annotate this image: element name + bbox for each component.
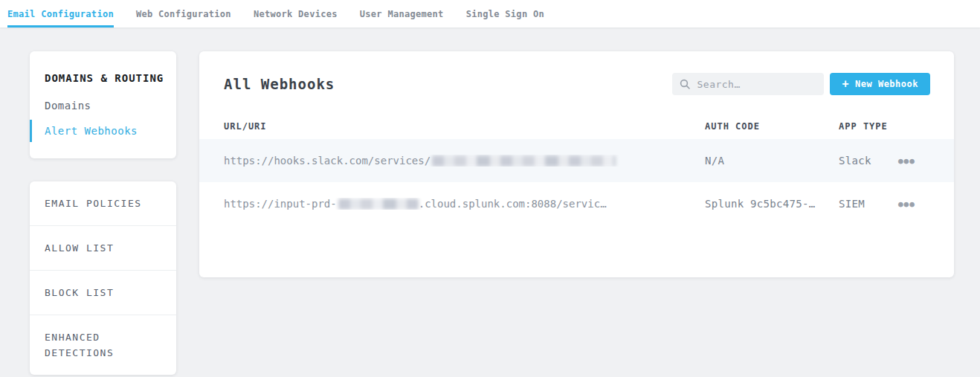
sidebar-item-block-list[interactable]: BLOCK LIST [30,271,176,315]
page-title: All Webhooks [224,76,672,92]
url-text-suffix: .cloud.splunk.com:8088/servic… [419,198,607,210]
sidebar-item-enhanced-detections[interactable]: ENHANCED DETECTIONS [30,315,176,375]
row-actions-ellipsis-icon[interactable]: ●●● [898,200,915,208]
sidebar-domains-routing-card: DOMAINS & ROUTING Domains Alert Webhooks [30,51,176,158]
tab-user-management[interactable]: User Management [360,0,444,28]
webhook-url-cell: https://input-prd- .cloud.splunk.com:808… [224,198,705,210]
panel-header: All Webhooks + New Webhook [199,51,954,95]
column-header-app-type: APP TYPE [839,121,898,132]
app-type-cell: SIEM [839,198,898,210]
url-text: https://hooks.slack.com/services/ [224,155,431,167]
new-webhook-label: New Webhook [855,79,918,89]
redacted-url-segment [432,155,616,167]
search-icon [680,79,690,89]
search-input[interactable] [697,79,816,90]
sidebar-item-domains[interactable]: Domains [30,93,176,118]
sidebar-section-header: DOMAINS & ROUTING [30,65,176,93]
tab-network-devices[interactable]: Network Devices [254,0,338,28]
tab-email-configuration[interactable]: Email Configuration [7,0,114,28]
row-actions-ellipsis-icon[interactable]: ●●● [898,157,915,165]
table-row-siem[interactable]: https://input-prd- .cloud.splunk.com:808… [199,182,954,225]
webhooks-table: URL/URI AUTH CODE APP TYPE https://hooks… [199,114,954,225]
page-body: DOMAINS & ROUTING Domains Alert Webhooks… [0,28,980,375]
webhook-url-cell: https://hooks.slack.com/services/ [224,155,705,167]
plus-icon: + [842,79,849,90]
tab-single-sign-on[interactable]: Single Sign On [466,0,544,28]
sidebar-item-email-policies[interactable]: EMAIL POLICIES [30,181,176,226]
sidebar: DOMAINS & ROUTING Domains Alert Webhooks… [30,51,176,375]
webhooks-panel: All Webhooks + New Webhook URL/URI AUTH … [199,51,954,277]
sidebar-item-allow-list[interactable]: ALLOW LIST [30,226,176,271]
sidebar-policies-card: EMAIL POLICIES ALLOW LIST BLOCK LIST ENH… [30,181,176,375]
app-type-cell: Slack [839,155,898,167]
sidebar-item-alert-webhooks[interactable]: Alert Webhooks [30,118,176,144]
column-header-url: URL/URI [224,121,705,132]
tab-web-configuration[interactable]: Web Configuration [136,0,231,28]
table-row-slack[interactable]: https://hooks.slack.com/services/ N/A Sl… [199,139,954,182]
redacted-url-segment [338,199,419,210]
column-header-auth-code: AUTH CODE [705,121,839,132]
table-header-row: URL/URI AUTH CODE APP TYPE [199,114,954,139]
auth-code-cell: Splunk 9c5bc475-… [705,198,839,210]
auth-code-cell: N/A [705,155,839,167]
url-text: https://input-prd- [224,198,337,210]
search-box[interactable] [672,73,824,95]
top-navigation: Email Configuration Web Configuration Ne… [0,0,980,28]
new-webhook-button[interactable]: + New Webhook [830,73,930,95]
